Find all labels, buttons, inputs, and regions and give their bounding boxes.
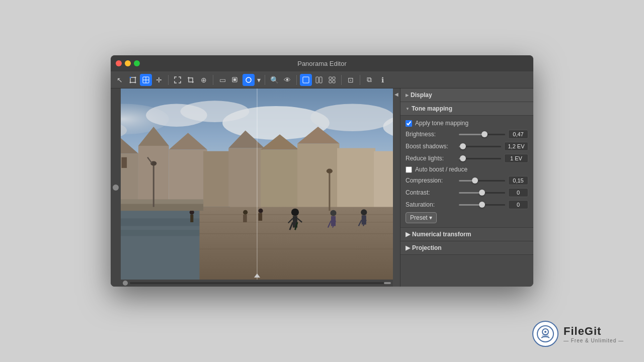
left-ruler-handle[interactable] [113, 185, 119, 191]
filegit-tagline: — Free & Unlimited — [564, 338, 624, 343]
toolbar-separator-5 [341, 75, 342, 85]
svg-rect-0 [130, 77, 135, 82]
crop-button[interactable] [185, 74, 197, 86]
svg-rect-77 [190, 215, 193, 222]
svg-point-22 [310, 104, 393, 131]
apply-tone-mapping-label: Apply tone mapping [415, 120, 468, 127]
compression-value[interactable] [508, 176, 528, 185]
brightness-slider[interactable] [459, 134, 505, 135]
auto-boost-row: Auto boost / reduce [406, 166, 528, 173]
minimize-button[interactable] [125, 60, 131, 66]
traffic-lights [116, 60, 140, 66]
auto-boost-label: Auto boost / reduce [415, 166, 467, 173]
maximize-button[interactable] [134, 60, 140, 66]
numerical-transform-label: Numerical transform [412, 231, 471, 238]
boost-shadows-slider[interactable] [459, 146, 501, 147]
apply-tone-mapping-checkbox[interactable] [406, 120, 412, 127]
svg-rect-34 [121, 157, 127, 168]
saturation-row: Saturation: [406, 200, 528, 209]
close-button[interactable] [116, 60, 122, 66]
toolbar-separator-3 [265, 75, 265, 85]
projection-section-header[interactable]: ▶ Projection [400, 241, 533, 255]
align-button[interactable]: ⊕ [198, 74, 210, 86]
display-header-label: Display [411, 92, 432, 99]
contrast-slider[interactable] [459, 192, 505, 194]
select-tool-button[interactable]: ↖ [114, 74, 126, 86]
bottom-scrollbar[interactable] [121, 280, 393, 287]
side-collapse-button[interactable]: ◀ [393, 88, 400, 287]
preset-button[interactable]: Preset ▾ [406, 212, 437, 223]
numerical-transform-section-header[interactable]: ▶ Numerical transform [400, 228, 533, 241]
eye-button[interactable]: 👁 [281, 74, 293, 86]
apply-tone-mapping-row: Apply tone mapping [406, 120, 528, 127]
brightness-value[interactable] [508, 130, 528, 139]
toolbar-separator-4 [296, 75, 297, 85]
circle-dropdown-button[interactable]: ▾ [256, 74, 262, 86]
view3-button[interactable] [326, 74, 338, 86]
circle-tool-button[interactable] [243, 74, 255, 86]
scrollbar-thumb[interactable] [384, 282, 391, 284]
main-content: ◀ ▶ Display ▼ Tone mapping Apply tone ma… [111, 88, 533, 287]
view4-button[interactable]: ⊡ [345, 74, 357, 86]
svg-rect-73 [243, 215, 247, 222]
left-ruler [111, 88, 121, 287]
svg-rect-9 [233, 78, 236, 81]
toolbar-separator-1 [168, 75, 169, 85]
toolbar: ↖ ✛ [111, 71, 533, 88]
center-arrow [254, 274, 260, 278]
bucket-tool-button[interactable] [229, 74, 242, 86]
duplicate-button[interactable]: ⧉ [363, 74, 375, 86]
tone-mapping-section-header[interactable]: ▼ Tone mapping [400, 102, 533, 116]
display-section-header[interactable]: ▶ Display [400, 88, 533, 102]
main-window: Panorama Editor ↖ ✛ [111, 55, 533, 287]
toolbar-separator-6 [360, 75, 360, 85]
filegit-text: FileGit — Free & Unlimited — [564, 325, 624, 343]
transform-tool-button[interactable] [127, 74, 139, 86]
svg-rect-75 [259, 213, 263, 221]
reduce-lights-value[interactable] [504, 154, 528, 163]
boost-shadows-label: Boost shadows: [406, 143, 456, 150]
view1-button[interactable] [300, 74, 312, 86]
svg-point-68 [361, 209, 367, 215]
rect-tool-button[interactable]: ▭ [216, 74, 228, 86]
collapse-icon: ◀ [394, 92, 398, 97]
view2-button[interactable] [313, 74, 325, 86]
svg-rect-16 [329, 80, 332, 83]
reduce-lights-row: Reduce lights: [406, 154, 528, 163]
saturation-slider[interactable] [459, 204, 505, 206]
brightness-row: Brightness: [406, 130, 528, 139]
crosshair-tool-button[interactable] [140, 74, 152, 86]
filegit-name: FileGit [564, 325, 624, 338]
scrollbar-left-handle[interactable] [123, 281, 128, 286]
reduce-lights-slider[interactable] [459, 158, 501, 159]
pano-image[interactable] [121, 88, 393, 280]
compression-label: Compression: [406, 177, 456, 184]
auto-boost-checkbox[interactable] [406, 166, 412, 173]
projection-label: Projection [412, 244, 442, 251]
pano-container [121, 88, 393, 287]
contrast-row: Contrast: [406, 188, 528, 197]
svg-point-4 [135, 81, 136, 83]
boost-shadows-value[interactable] [504, 142, 528, 151]
svg-rect-14 [329, 77, 332, 79]
tone-mapping-body: Apply tone mapping Brightness: Boost sha… [400, 116, 533, 228]
move-tool-button[interactable]: ✛ [153, 74, 165, 86]
compression-slider[interactable] [459, 180, 505, 182]
tone-mapping-header-label: Tone mapping [412, 105, 452, 112]
svg-point-87 [544, 331, 546, 333]
scrollbar-track[interactable] [130, 282, 391, 284]
svg-point-2 [135, 76, 136, 78]
numerical-transform-arrow: ▶ [406, 231, 410, 238]
zoom-button[interactable]: 🔍 [268, 74, 280, 86]
info-button[interactable]: ℹ [376, 74, 388, 86]
saturation-value[interactable] [508, 200, 528, 209]
toolbar-separator-2 [213, 75, 213, 85]
contrast-value[interactable] [508, 188, 528, 197]
tone-mapping-arrow: ▼ [406, 107, 410, 111]
svg-rect-13 [319, 77, 322, 83]
saturation-label: Saturation: [406, 201, 456, 208]
reduce-lights-label: Reduce lights: [406, 155, 456, 162]
titlebar: Panorama Editor [111, 55, 533, 71]
svg-rect-79 [121, 199, 203, 204]
expand-button[interactable] [172, 74, 184, 86]
